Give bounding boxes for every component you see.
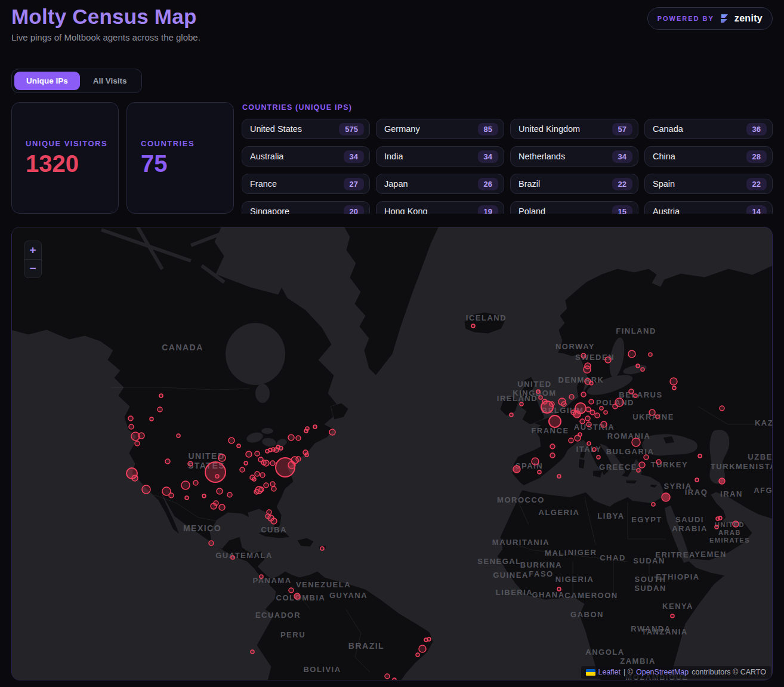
map-ping-marker[interactable] <box>227 492 232 497</box>
map-ping-marker[interactable] <box>279 446 283 450</box>
map-ping-marker[interactable] <box>313 425 317 429</box>
map-ping-marker[interactable] <box>561 402 566 406</box>
leaflet-link[interactable]: Leaflet <box>598 668 621 676</box>
map-ping-marker[interactable] <box>569 395 574 399</box>
map-ping-marker[interactable] <box>254 489 259 494</box>
map-ping-marker[interactable] <box>385 674 390 679</box>
map-ping-marker[interactable] <box>636 364 640 368</box>
map-ping-marker[interactable] <box>604 411 607 414</box>
map-ping-marker[interactable] <box>542 399 547 404</box>
map-ping-marker[interactable] <box>605 357 611 363</box>
map-ping-marker[interactable] <box>252 477 256 481</box>
map-ping-marker[interactable] <box>601 421 607 427</box>
map-ping-marker[interactable] <box>513 466 520 473</box>
map-ping-marker[interactable] <box>419 645 426 652</box>
map-ping-marker[interactable] <box>288 435 294 440</box>
map-ping-marker[interactable] <box>557 587 561 591</box>
map-ping-marker[interactable] <box>532 458 539 465</box>
map-ping-marker[interactable] <box>671 614 674 618</box>
map-ping-marker[interactable] <box>142 485 150 494</box>
map-ping-marker[interactable] <box>260 473 265 477</box>
map-ping-marker[interactable] <box>296 457 301 461</box>
zoom-out-button[interactable]: − <box>24 260 41 278</box>
map-ping-marker[interactable] <box>584 366 591 373</box>
map-ping-marker[interactable] <box>128 416 133 421</box>
map-ping-marker[interactable] <box>260 575 263 578</box>
map-ping-marker[interactable] <box>629 389 634 394</box>
world-map[interactable]: ICELANDCANADAFINLANDNORWAYSWEDENDENMARKU… <box>12 227 773 680</box>
map-ping-marker[interactable] <box>587 442 591 445</box>
map-ping-marker[interactable] <box>698 454 702 458</box>
map-ping-marker[interactable] <box>289 588 294 593</box>
map-ping-marker[interactable] <box>718 516 722 520</box>
map-ping-marker[interactable] <box>296 436 301 440</box>
map-ping-marker[interactable] <box>719 478 725 484</box>
map-ping-marker[interactable] <box>214 501 218 506</box>
map-ping-marker[interactable] <box>202 494 206 498</box>
map-ping-marker[interactable] <box>165 459 170 464</box>
map-ping-marker[interactable] <box>217 488 223 494</box>
map-ping-marker[interactable] <box>644 455 649 460</box>
map-ping-marker[interactable] <box>138 433 144 439</box>
map-ping-marker[interactable] <box>628 350 635 358</box>
tab-all-visits[interactable]: All Visits <box>81 72 139 90</box>
map-ping-marker[interactable] <box>613 404 618 409</box>
map-ping-marker[interactable] <box>578 433 582 436</box>
map-ping-marker[interactable] <box>592 448 596 451</box>
map-ping-marker[interactable] <box>129 424 134 429</box>
map-ping-marker[interactable] <box>733 521 739 527</box>
map-ping-marker[interactable] <box>585 416 590 421</box>
map-ping-marker[interactable] <box>270 461 275 466</box>
map-ping-marker[interactable] <box>549 415 561 427</box>
map-ping-marker[interactable] <box>240 467 245 472</box>
map-ping-marker[interactable] <box>581 392 586 397</box>
map-ping-marker[interactable] <box>656 460 661 464</box>
map-ping-marker[interactable] <box>251 650 254 654</box>
map-ping-marker[interactable] <box>215 475 219 478</box>
powered-by-badge[interactable]: POWERED BY zenity <box>647 7 773 30</box>
map-ping-marker[interactable] <box>471 324 475 328</box>
map-ping-marker[interactable] <box>244 461 248 465</box>
map-ping-marker[interactable] <box>294 593 300 599</box>
map-ping-marker[interactable] <box>581 353 586 358</box>
zoom-in-button[interactable]: + <box>24 241 41 259</box>
map-ping-marker[interactable] <box>569 438 573 443</box>
openstreetmap-link[interactable]: OpenStreetMap <box>636 668 689 676</box>
map-ping-marker[interactable] <box>231 556 234 559</box>
map-ping-marker[interactable] <box>288 461 295 469</box>
map-ping-marker[interactable] <box>649 353 652 356</box>
map-ping-marker[interactable] <box>656 415 659 418</box>
map-ping-marker[interactable] <box>637 469 640 472</box>
map-ping-marker[interactable] <box>662 493 670 501</box>
map-ping-marker[interactable] <box>595 413 600 418</box>
map-ping-marker[interactable] <box>649 409 655 415</box>
map-ping-marker[interactable] <box>271 486 276 491</box>
map-ping-marker[interactable] <box>589 399 594 404</box>
map-ping-marker[interactable] <box>550 453 555 458</box>
map-ping-marker[interactable] <box>188 461 193 466</box>
map-ping-marker[interactable] <box>539 396 542 399</box>
map-ping-marker[interactable] <box>600 406 603 410</box>
map-ping-marker[interactable] <box>305 453 308 457</box>
map-ping-marker[interactable] <box>639 462 645 468</box>
map-ping-marker[interactable] <box>427 637 431 641</box>
map-ping-marker[interactable] <box>255 451 260 456</box>
map-ping-marker[interactable] <box>393 678 396 680</box>
map-ping-marker[interactable] <box>266 514 270 519</box>
map-ping-marker[interactable] <box>652 503 655 506</box>
map-ping-marker[interactable] <box>263 460 269 466</box>
map-ping-marker[interactable] <box>597 455 600 459</box>
map-ping-marker[interactable] <box>536 390 540 393</box>
map-ping-marker[interactable] <box>550 402 554 406</box>
map-ping-marker[interactable] <box>589 381 593 385</box>
map-ping-marker[interactable] <box>177 434 180 438</box>
map-ping-marker[interactable] <box>670 378 677 385</box>
map-ping-marker[interactable] <box>158 407 162 412</box>
map-ping-marker[interactable] <box>181 481 190 489</box>
map-ping-marker[interactable] <box>264 483 268 488</box>
map-ping-marker[interactable] <box>587 422 591 427</box>
map-ping-marker[interactable] <box>270 482 275 486</box>
map-ping-marker[interactable] <box>209 541 214 546</box>
map-ping-marker[interactable] <box>218 454 226 461</box>
map-ping-marker[interactable] <box>135 441 140 446</box>
